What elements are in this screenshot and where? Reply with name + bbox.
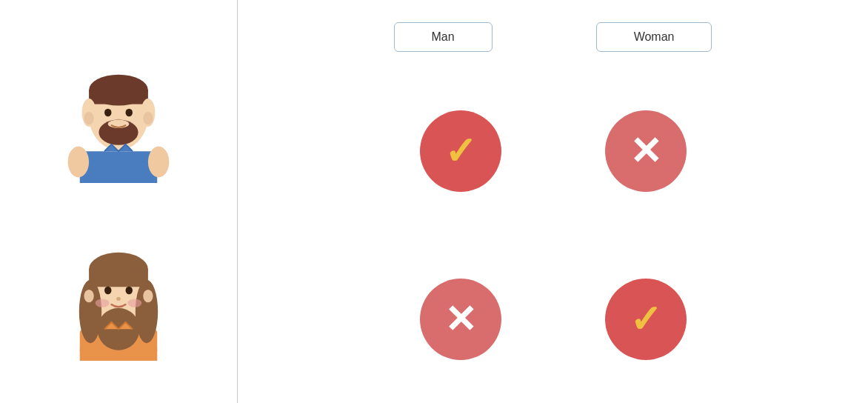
svg-point-28 <box>96 299 110 307</box>
header-row: Man Woman <box>267 22 838 52</box>
icon-grid: ✓ ✕ ✕ ✓ <box>420 81 687 388</box>
checkmark-icon-1: ✓ <box>444 132 477 170</box>
svg-rect-1 <box>80 151 158 183</box>
svg-rect-7 <box>89 90 148 104</box>
man-row2-cross: ✕ <box>420 279 501 360</box>
svg-point-31 <box>126 287 133 294</box>
svg-point-10 <box>84 112 93 124</box>
svg-point-30 <box>104 287 112 294</box>
svg-rect-24 <box>89 270 148 287</box>
right-panel: Man Woman ✓ ✕ ✕ ✓ <box>238 0 868 403</box>
svg-point-13 <box>126 109 133 116</box>
woman-avatar-container <box>59 216 178 364</box>
svg-point-32 <box>116 297 121 301</box>
svg-point-27 <box>143 290 153 302</box>
checkmark-icon-2: ✓ <box>630 300 662 339</box>
svg-point-12 <box>104 109 112 116</box>
cross-icon-1: ✕ <box>630 132 662 170</box>
svg-point-26 <box>84 290 93 302</box>
woman-row2-check: ✓ <box>605 279 687 360</box>
avatar-panel <box>0 0 237 403</box>
svg-point-2 <box>68 147 90 178</box>
svg-point-29 <box>127 299 141 307</box>
woman-avatar-svg <box>63 220 174 361</box>
man-button[interactable]: Man <box>394 22 493 52</box>
man-avatar-container <box>59 39 178 187</box>
man-avatar-svg <box>63 42 174 183</box>
woman-row1-cross: ✕ <box>605 110 687 192</box>
main-layout: Man Woman ✓ ✕ ✕ ✓ <box>0 0 868 403</box>
svg-point-11 <box>143 112 153 124</box>
cross-icon-2: ✕ <box>444 300 477 339</box>
man-row1-check: ✓ <box>420 110 501 192</box>
woman-button[interactable]: Woman <box>596 22 712 52</box>
svg-point-3 <box>148 147 170 178</box>
